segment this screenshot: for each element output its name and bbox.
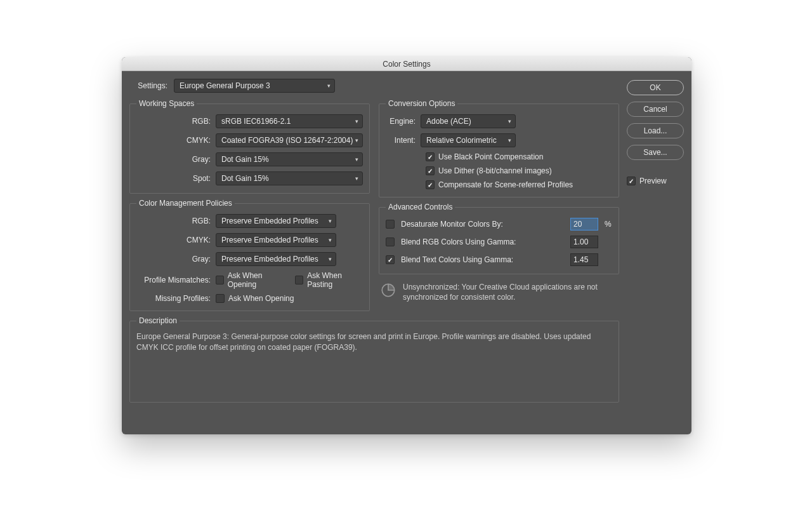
chevron-down-icon: ▾: [329, 256, 332, 262]
blend-rgb-label: Blend RGB Colors Using Gamma:: [401, 237, 564, 246]
settings-label: Settings:: [134, 81, 167, 90]
chevron-down-icon: ▾: [327, 83, 331, 89]
description-group: Description Europe General Purpose 3: Ge…: [129, 316, 619, 403]
preview-checkbox[interactable]: [627, 177, 636, 185]
conv-engine-select[interactable]: Adobe (ACE)▾: [421, 114, 516, 128]
color-settings-dialog: Color Settings Settings: Europe General …: [122, 57, 691, 434]
scene-checkbox[interactable]: [426, 180, 435, 189]
pol-missing-label: Missing Profiles:: [136, 294, 216, 303]
pol-gray-select[interactable]: Preserve Embedded Profiles▾: [216, 252, 336, 266]
mismatch-paste-label: Ask When Pasting: [307, 271, 363, 289]
pol-rgb-label: RGB:: [136, 217, 216, 225]
pol-mismatch-label: Profile Mismatches:: [136, 276, 216, 284]
dialog-title: Color Settings: [383, 60, 430, 69]
desat-label: Desaturate Monitor Colors By:: [401, 220, 564, 229]
chevron-down-icon: ▾: [329, 237, 332, 243]
blend-text-label: Blend Text Colors Using Gamma:: [401, 255, 564, 264]
chevron-down-icon: ▾: [508, 118, 511, 124]
policies-group: Color Management Policies RGB: Preserve …: [129, 199, 370, 311]
titlebar: Color Settings: [122, 57, 691, 71]
preview-label: Preview: [639, 177, 667, 185]
settings-select[interactable]: Europe General Purpose 3 ▾: [174, 79, 335, 93]
conversion-legend: Conversion Options: [386, 99, 457, 108]
desat-input[interactable]: [570, 218, 598, 231]
ws-rgb-select[interactable]: sRGB IEC61966-2.1▾: [216, 114, 363, 128]
chevron-down-icon: ▾: [355, 156, 358, 163]
blend-text-checkbox[interactable]: [386, 255, 395, 264]
ws-spot-label: Spot:: [136, 174, 216, 183]
ws-cmyk-label: CMYK:: [136, 136, 216, 145]
advanced-legend: Advanced Controls: [386, 203, 455, 211]
load-button[interactable]: Load...: [627, 123, 684, 138]
description-text: Europe General Purpose 3: General-purpos…: [136, 331, 612, 354]
ws-spot-select[interactable]: Dot Gain 15%▾: [216, 171, 363, 185]
chevron-down-icon: ▾: [355, 175, 358, 182]
pol-rgb-select[interactable]: Preserve Embedded Profiles▾: [216, 214, 336, 228]
advanced-group: Advanced Controls Desaturate Monitor Col…: [379, 203, 619, 274]
mismatch-open-checkbox[interactable]: [216, 276, 224, 284]
bpc-label: Use Black Point Compensation: [438, 152, 543, 161]
dither-label: Use Dither (8-bit/channel images): [438, 166, 552, 175]
blend-text-input[interactable]: [570, 253, 598, 266]
ws-cmyk-select[interactable]: Coated FOGRA39 (ISO 12647-2:2004)▾: [216, 133, 363, 147]
policies-legend: Color Management Policies: [136, 199, 235, 208]
mismatch-paste-checkbox[interactable]: [295, 276, 303, 284]
conv-intent-select[interactable]: Relative Colorimetric▾: [421, 133, 516, 147]
desat-checkbox[interactable]: [386, 220, 395, 229]
dither-checkbox[interactable]: [426, 166, 435, 175]
working-spaces-group: Working Spaces RGB: sRGB IEC61966-2.1▾ C…: [129, 99, 370, 194]
save-button[interactable]: Save...: [627, 145, 684, 160]
ws-gray-select[interactable]: Dot Gain 15%▾: [216, 152, 363, 166]
settings-value: Europe General Purpose 3: [180, 81, 270, 90]
chevron-down-icon: ▾: [329, 218, 332, 224]
scene-label: Compensate for Scene-referred Profiles: [438, 180, 573, 189]
desat-unit: %: [605, 220, 612, 229]
sync-text: Unsynchronized: Your Creative Cloud appl…: [403, 282, 618, 302]
cancel-button[interactable]: Cancel: [627, 102, 684, 117]
ws-rgb-label: RGB:: [136, 117, 216, 126]
ws-gray-label: Gray:: [136, 155, 216, 164]
chevron-down-icon: ▾: [508, 137, 511, 144]
bpc-checkbox[interactable]: [426, 152, 435, 161]
pol-cmyk-select[interactable]: Preserve Embedded Profiles▾: [216, 233, 336, 247]
ok-button[interactable]: OK: [627, 80, 684, 95]
pol-cmyk-label: CMYK:: [136, 236, 216, 244]
missing-open-label: Ask When Opening: [228, 294, 294, 303]
working-spaces-legend: Working Spaces: [136, 99, 197, 108]
missing-open-checkbox[interactable]: [216, 294, 225, 303]
blend-rgb-input[interactable]: [570, 236, 598, 248]
pol-gray-label: Gray:: [136, 255, 216, 264]
unsynchronized-icon: [380, 282, 396, 298]
blend-rgb-checkbox[interactable]: [386, 237, 395, 246]
sync-status: Unsynchronized: Your Creative Cloud appl…: [379, 279, 619, 302]
description-legend: Description: [136, 316, 180, 325]
chevron-down-icon: ▾: [355, 137, 358, 144]
chevron-down-icon: ▾: [355, 118, 358, 124]
conv-intent-label: Intent:: [386, 136, 421, 145]
conv-engine-label: Engine:: [386, 117, 421, 126]
mismatch-open-label: Ask When Opening: [228, 271, 287, 289]
conversion-group: Conversion Options Engine: Adobe (ACE)▾ …: [379, 99, 619, 197]
